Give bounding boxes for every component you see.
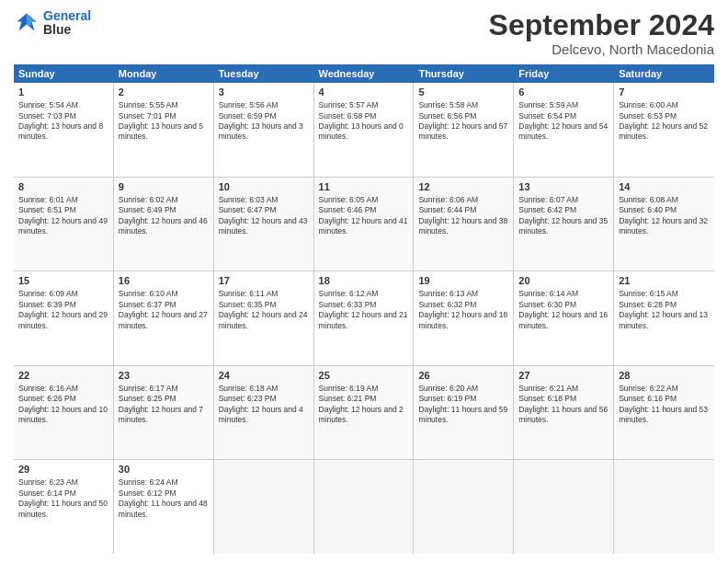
calendar-cell: 8Sunrise: 6:01 AMSunset: 6:51 PMDaylight… [14,178,114,271]
sunrise: Sunrise: 6:10 AM [119,289,178,298]
logo-icon [14,10,40,36]
subtitle: Delcevo, North Macedonia [489,41,714,57]
day-number: 17 [219,274,309,288]
calendar-cell: 19Sunrise: 6:13 AMSunset: 6:32 PMDayligh… [414,271,514,365]
header-sunday: Sunday [14,64,114,83]
calendar-cell: 6Sunrise: 5:59 AMSunset: 6:54 PMDaylight… [514,83,614,177]
daylight: Daylight: 13 hours and 3 minutes. [219,121,303,141]
sunset: Sunset: 6:58 PM [319,111,377,121]
day-number: 25 [319,369,409,383]
sunrise: Sunrise: 5:56 AM [219,100,279,109]
sunset: Sunset: 6:46 PM [319,205,377,214]
calendar-cell: 15Sunrise: 6:09 AMSunset: 6:39 PMDayligh… [14,271,114,365]
sunset: Sunset: 6:40 PM [619,205,677,214]
month-title: September 2024 [489,9,714,41]
sunrise: Sunrise: 5:54 AM [18,100,78,109]
daylight: Daylight: 12 hours and 10 minutes. [18,405,108,424]
calendar-body: 1Sunrise: 5:54 AMSunset: 7:03 PMDaylight… [14,83,714,554]
calendar-cell: 21Sunrise: 6:15 AMSunset: 6:28 PMDayligh… [614,271,714,365]
daylight: Daylight: 12 hours and 27 minutes. [119,310,208,329]
calendar-cell [414,460,514,554]
day-number: 20 [518,274,609,288]
calendar-cell: 14Sunrise: 6:08 AMSunset: 6:40 PMDayligh… [614,178,714,271]
calendar-row: 22Sunrise: 6:16 AMSunset: 6:26 PMDayligh… [14,366,714,461]
daylight: Daylight: 13 hours and 5 minutes. [119,121,203,141]
sunrise: Sunrise: 6:18 AM [219,384,279,393]
header-tuesday: Tuesday [214,64,314,83]
page: General Blue September 2024 Delcevo, Nor… [0,0,728,563]
sunset: Sunset: 6:44 PM [418,205,476,214]
sunrise: Sunrise: 6:15 AM [619,289,678,298]
sunset: Sunset: 6:16 PM [619,394,677,403]
sunset: Sunset: 7:01 PM [119,111,176,121]
sunset: Sunset: 6:19 PM [418,394,476,403]
calendar-cell: 25Sunrise: 6:19 AMSunset: 6:21 PMDayligh… [314,366,415,460]
daylight: Daylight: 11 hours and 59 minutes. [418,405,507,424]
daylight: Daylight: 12 hours and 13 minutes. [619,310,708,329]
sunset: Sunset: 6:59 PM [219,111,277,121]
sunrise: Sunrise: 6:21 AM [518,384,578,393]
sunrise: Sunrise: 6:16 AM [18,384,78,393]
day-number: 28 [619,369,710,383]
sunset: Sunset: 6:47 PM [219,205,277,214]
sunset: Sunset: 6:33 PM [319,300,377,309]
sunset: Sunset: 6:54 PM [518,111,576,121]
sunrise: Sunrise: 5:59 AM [518,100,578,109]
day-number: 8 [18,180,108,194]
calendar-row: 1Sunrise: 5:54 AMSunset: 7:03 PMDaylight… [14,83,714,178]
sunrise: Sunrise: 6:19 AM [319,384,379,393]
day-number: 24 [219,369,309,383]
sunset: Sunset: 6:32 PM [418,300,476,309]
daylight: Daylight: 12 hours and 52 minutes. [619,121,708,141]
sunrise: Sunrise: 6:07 AM [518,195,578,204]
calendar-cell: 11Sunrise: 6:05 AMSunset: 6:46 PMDayligh… [314,178,415,271]
daylight: Daylight: 12 hours and 49 minutes. [18,216,108,236]
daylight: Daylight: 12 hours and 16 minutes. [518,310,608,329]
calendar-cell: 1Sunrise: 5:54 AMSunset: 7:03 PMDaylight… [14,83,114,177]
sunrise: Sunrise: 6:03 AM [219,195,279,204]
daylight: Daylight: 12 hours and 35 minutes. [518,216,608,236]
sunset: Sunset: 6:51 PM [18,205,76,214]
calendar-row: 15Sunrise: 6:09 AMSunset: 6:39 PMDayligh… [14,271,714,366]
daylight: Daylight: 12 hours and 32 minutes. [619,216,708,236]
day-number: 9 [119,180,209,194]
sunrise: Sunrise: 5:57 AM [319,100,379,109]
daylight: Daylight: 12 hours and 46 minutes. [119,216,208,236]
calendar-cell: 2Sunrise: 5:55 AMSunset: 7:01 PMDaylight… [114,83,214,177]
sunrise: Sunrise: 6:22 AM [619,384,678,393]
day-number: 16 [119,274,209,288]
sunrise: Sunrise: 6:24 AM [119,477,178,487]
daylight: Daylight: 11 hours and 48 minutes. [119,499,208,518]
sunset: Sunset: 6:53 PM [619,111,677,121]
header-thursday: Thursday [414,64,514,83]
calendar-cell: 27Sunrise: 6:21 AMSunset: 6:18 PMDayligh… [514,366,614,460]
sunset: Sunset: 6:14 PM [18,488,76,498]
calendar-cell: 10Sunrise: 6:03 AMSunset: 6:47 PMDayligh… [214,178,314,271]
sunset: Sunset: 6:28 PM [619,300,677,309]
daylight: Daylight: 12 hours and 38 minutes. [418,216,507,236]
daylight: Daylight: 12 hours and 54 minutes. [518,121,608,141]
day-number: 2 [119,86,209,99]
day-number: 4 [319,86,409,99]
sunrise: Sunrise: 6:11 AM [219,289,279,298]
calendar-cell: 7Sunrise: 6:00 AMSunset: 6:53 PMDaylight… [614,83,714,177]
sunset: Sunset: 6:18 PM [518,394,576,403]
calendar-cell [614,460,714,554]
day-number: 19 [418,274,508,288]
calendar: Sunday Monday Tuesday Wednesday Thursday… [14,64,714,554]
header-friday: Friday [514,64,614,83]
calendar-cell [314,460,415,554]
day-number: 23 [119,369,209,383]
logo-text: General Blue [43,9,91,38]
sunrise: Sunrise: 6:20 AM [418,384,478,393]
day-number: 26 [418,369,508,383]
calendar-cell: 26Sunrise: 6:20 AMSunset: 6:19 PMDayligh… [414,366,514,460]
day-number: 1 [18,86,108,99]
calendar-cell: 13Sunrise: 6:07 AMSunset: 6:42 PMDayligh… [514,178,614,271]
daylight: Daylight: 12 hours and 24 minutes. [219,310,308,329]
calendar-cell: 5Sunrise: 5:58 AMSunset: 6:56 PMDaylight… [414,83,514,177]
day-number: 11 [319,180,409,194]
day-number: 29 [18,463,108,477]
sunrise: Sunrise: 6:23 AM [18,477,78,487]
day-number: 14 [619,180,710,194]
